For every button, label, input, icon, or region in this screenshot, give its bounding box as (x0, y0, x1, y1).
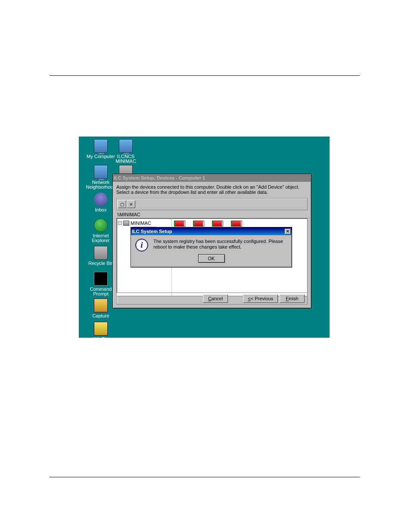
winzip-icon (94, 322, 108, 336)
setup-button-row: Cancel << Previous Finish (116, 292, 308, 305)
msgbox-titlebar[interactable]: ILC System Setup ✕ (131, 227, 292, 235)
setup-toolbar: ▢ ✕ (116, 198, 308, 210)
desktop-icon-label: CommandPrompt (86, 287, 116, 296)
recycle-bin-icon (94, 246, 108, 260)
desktop-icon-ilcncs-minimac[interactable]: ILCNCSMINIMAC (111, 139, 141, 164)
toolbar-delete-icon[interactable]: ✕ (127, 200, 135, 208)
computer-icon (123, 221, 129, 226)
msgbox-title: ILC System Setup (132, 229, 285, 234)
desktop-icon-label: WinZip (86, 337, 116, 338)
desktop-icon-capture[interactable]: Capture (86, 299, 116, 318)
cancel-button[interactable]: Cancel (203, 294, 228, 303)
tree-root-row[interactable]: − MINIMAC (118, 220, 170, 226)
desktop-icon-label: ILCNCSMINIMAC (111, 154, 141, 164)
setup-titlebar: ILC System Setup, Devices - Computer 1 (113, 174, 311, 182)
device-slot-icon[interactable] (174, 221, 185, 227)
toolbar-open-icon[interactable]: ▢ (118, 200, 126, 208)
msgbox-body: i The system registry has been successfu… (131, 235, 292, 253)
device-slot-icon[interactable] (193, 221, 204, 227)
ok-button[interactable]: OK (198, 254, 225, 263)
desktop: My ComputerILCNCSMINIMACNetworkNeighborh… (79, 137, 330, 338)
setup-instruction: Assign the devices connected to this com… (113, 182, 311, 198)
setup-path: \\MINIMAC (117, 212, 307, 217)
page-divider-top (50, 75, 360, 76)
close-icon[interactable]: ✕ (285, 229, 291, 234)
network-neighborhood-icon (94, 165, 108, 179)
tree-root-label: MINIMAC (131, 221, 151, 226)
desktop-icon-command-prompt[interactable]: CommandPrompt (86, 272, 116, 296)
my-computer-icon (94, 139, 108, 153)
desktop-icon-label: Capture (86, 314, 116, 318)
inbox-icon (94, 193, 108, 206)
device-slot-icon[interactable] (231, 221, 242, 227)
info-icon: i (135, 239, 148, 252)
capture-icon (94, 299, 108, 312)
message-box: ILC System Setup ✕ i The system registry… (131, 227, 292, 268)
setup-title: ILC System Setup, Devices - Computer 1 (114, 175, 310, 180)
desktop-icon-recycle-bin[interactable]: Recycle Bin (86, 246, 116, 266)
msgbox-text: The system registry has been successfull… (153, 239, 287, 252)
device-slot-icon[interactable] (212, 221, 223, 227)
finish-button[interactable]: Finish (280, 294, 305, 303)
page-divider-bottom (50, 477, 360, 477)
msgbox-button-row: OK (131, 253, 292, 265)
command-prompt-icon (94, 272, 108, 286)
previous-button[interactable]: << Previous (243, 294, 278, 303)
internet-explorer-icon (94, 218, 108, 232)
collapse-icon[interactable]: − (118, 221, 122, 225)
desktop-icon-winzip[interactable]: WinZip (86, 322, 116, 338)
ilcncs-minimac-icon (119, 139, 133, 153)
desktop-icon-label: Recycle Bin (86, 261, 116, 266)
